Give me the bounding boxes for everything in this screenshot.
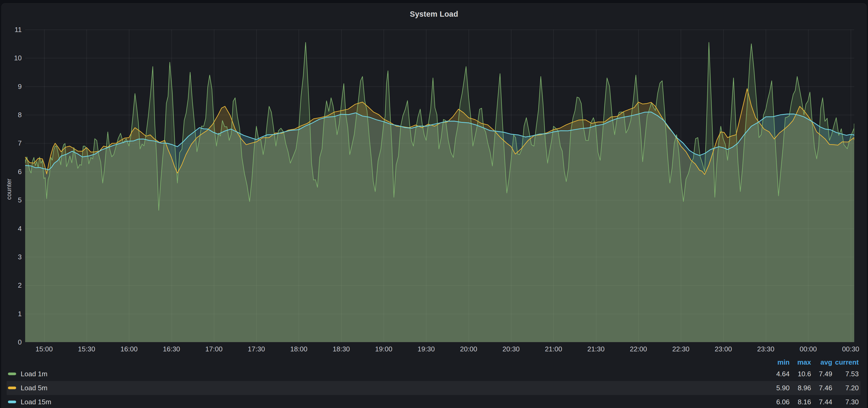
panel-title[interactable]: System Load bbox=[2, 10, 866, 19]
legend-header-avg[interactable]: avg bbox=[811, 358, 832, 367]
legend-series-toggle[interactable]: Load 5m bbox=[8, 383, 48, 393]
stat-current: 7.53 bbox=[832, 369, 859, 378]
stat-max: 8.16 bbox=[789, 398, 811, 406]
stat-avg: 7.49 bbox=[811, 369, 832, 378]
x-tick-label: 22:30 bbox=[662, 345, 699, 353]
legend-header-max[interactable]: max bbox=[789, 358, 811, 367]
x-tick-label: 18:30 bbox=[323, 345, 360, 353]
series-color-swatch-icon[interactable] bbox=[8, 386, 16, 389]
legend-series-toggle[interactable]: Load 15m bbox=[8, 398, 51, 406]
x-tick-label: 20:00 bbox=[450, 345, 487, 353]
stat-max: 8.96 bbox=[789, 383, 811, 393]
y-tick-label: 8 bbox=[3, 111, 22, 119]
x-tick-label: 15:30 bbox=[68, 345, 105, 353]
legend: minmaxavgcurrent Load 1m4.6410.67.497.53… bbox=[0, 354, 868, 408]
x-tick-label: 17:30 bbox=[238, 345, 275, 353]
stat-avg: 7.46 bbox=[811, 383, 832, 393]
y-tick-label: 1 bbox=[3, 310, 22, 318]
stat-avg: 7.44 bbox=[811, 398, 832, 406]
x-tick-label: 15:00 bbox=[26, 345, 63, 353]
series-color-swatch-icon[interactable] bbox=[8, 373, 16, 375]
stat-max: 10.6 bbox=[789, 369, 811, 378]
y-tick-label: 3 bbox=[3, 253, 22, 261]
series-color-swatch-icon[interactable] bbox=[8, 401, 16, 403]
y-tick-label: 0 bbox=[3, 338, 22, 346]
legend-header-row: minmaxavgcurrent bbox=[0, 358, 868, 367]
x-tick-label: 18:00 bbox=[280, 345, 317, 353]
x-tick-label: 00:00 bbox=[789, 345, 827, 353]
x-tick-label: 22:00 bbox=[620, 345, 657, 353]
x-tick-label: 23:00 bbox=[705, 345, 742, 353]
x-tick-label: 23:30 bbox=[747, 345, 784, 353]
legend-row: Load 15m6.068.167.447.30 bbox=[0, 398, 868, 406]
stat-current: 7.20 bbox=[832, 383, 859, 393]
stat-min: 5.90 bbox=[761, 383, 789, 393]
y-tick-label: 11 bbox=[3, 25, 22, 34]
y-tick-label: 7 bbox=[3, 139, 22, 147]
y-tick-label: 5 bbox=[3, 196, 22, 204]
x-tick-label: 21:30 bbox=[578, 345, 615, 353]
stat-min: 4.64 bbox=[761, 369, 789, 378]
legend-row: Load 5m5.908.967.467.20 bbox=[0, 383, 868, 393]
x-tick-label: 16:30 bbox=[153, 345, 190, 353]
legend-header-current[interactable]: current bbox=[832, 358, 859, 367]
legend-series-toggle[interactable]: Load 1m bbox=[8, 369, 48, 378]
stat-current: 7.30 bbox=[832, 398, 859, 406]
x-tick-label: 20:30 bbox=[493, 345, 530, 353]
x-tick-label: 19:00 bbox=[365, 345, 402, 353]
series-label[interactable]: Load 15m bbox=[21, 398, 51, 406]
x-tick-label: 17:00 bbox=[195, 345, 232, 353]
y-tick-label: 2 bbox=[3, 281, 22, 290]
x-tick-label: 19:30 bbox=[407, 345, 444, 353]
y-tick-label: 10 bbox=[3, 54, 22, 62]
series-label[interactable]: Load 1m bbox=[21, 369, 48, 378]
y-tick-label: 4 bbox=[3, 225, 22, 233]
series-label[interactable]: Load 5m bbox=[21, 383, 48, 393]
legend-header-min[interactable]: min bbox=[761, 358, 789, 367]
stat-min: 6.06 bbox=[761, 398, 789, 406]
chart-plot-area[interactable] bbox=[25, 30, 854, 342]
y-tick-label: 9 bbox=[3, 82, 22, 91]
x-tick-label: 16:00 bbox=[111, 345, 148, 353]
x-tick-label: 00:30 bbox=[832, 345, 868, 353]
y-tick-label: 6 bbox=[3, 168, 22, 176]
legend-row: Load 1m4.6410.67.497.53 bbox=[0, 369, 868, 378]
x-tick-label: 21:00 bbox=[535, 345, 572, 353]
